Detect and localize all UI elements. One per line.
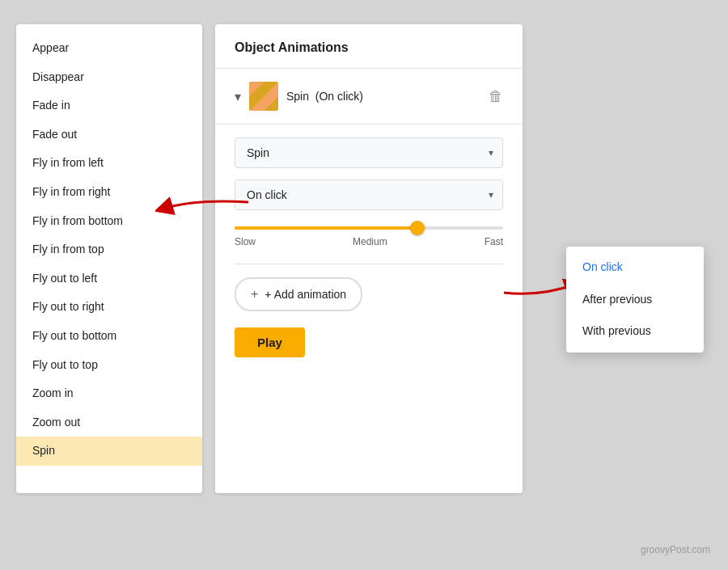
animation-list-item[interactable]: Fly in from left [16,149,202,178]
speed-fast-label: Fast [485,236,503,247]
add-animation-label: + Add animation [265,288,346,301]
trigger-select[interactable]: On click After previous With previous [235,179,503,210]
animation-list-item[interactable]: Fly out to bottom [16,322,202,351]
animation-list-item[interactable]: Fly in from right [16,178,202,207]
add-animation-button[interactable]: + + Add animation [235,277,362,311]
animation-entry-label: Spin (On click) [286,90,480,103]
delete-animation-icon[interactable]: 🗑 [489,88,503,105]
trigger-dropdown-container: On click After previous With previous ▾ [235,179,503,210]
animation-list-item[interactable]: Zoom in [16,379,202,408]
animation-list-item[interactable]: Appear [16,34,202,63]
chevron-down-icon[interactable]: ▾ [235,89,241,104]
animation-list-item[interactable]: Fly out to left [16,264,202,293]
animation-entry: ▾ Spin (On click) 🗑 [215,69,523,125]
animations-panel: Object Animations ▾ Spin (On click) 🗑 Sp… [215,24,523,493]
panel-body: Spin Appear Disappear Fade in Fade out ▾… [215,125,523,370]
animation-list-item[interactable]: Fade in [16,91,202,120]
animation-type-select[interactable]: Spin Appear Disappear Fade in Fade out [235,137,503,168]
speed-slow-label: Slow [235,236,256,247]
animation-list-item[interactable]: Spin [16,437,202,466]
speed-slider-thumb[interactable] [410,221,425,235]
speed-labels: Slow Medium Fast [235,236,503,247]
animation-type-dropdown: Spin Appear Disappear Fade in Fade out ▾ [235,137,503,168]
play-button[interactable]: Play [235,327,305,357]
animation-list-item[interactable]: Zoom out [16,408,202,437]
animation-list-item[interactable]: Fly out to top [16,351,202,380]
speed-section: Slow Medium Fast [235,226,503,247]
animation-thumb [249,82,278,111]
popup-trigger-option[interactable]: With previous [566,315,704,348]
animation-list-item[interactable]: Fly out to right [16,293,202,322]
animation-list-item[interactable]: Fly in from bottom [16,207,202,236]
watermark: groovyPost.com [641,544,710,555]
trigger-dropdown-popup: On clickAfter previousWith previous [566,247,704,353]
panel-title: Object Animations [215,24,523,69]
speed-slider-track [235,226,503,230]
speed-medium-label: Medium [353,236,387,247]
speed-slider-fill [235,226,417,230]
popup-trigger-option[interactable]: On click [566,251,704,284]
animation-list-item[interactable]: Fly in from top [16,235,202,264]
animation-list-item[interactable]: Disappear [16,63,202,92]
plus-icon: + [251,287,258,302]
popup-trigger-option[interactable]: After previous [566,284,704,316]
animation-list-item[interactable]: Fade out [16,120,202,150]
animation-list-panel: AppearDisappearFade inFade outFly in fro… [16,24,202,493]
